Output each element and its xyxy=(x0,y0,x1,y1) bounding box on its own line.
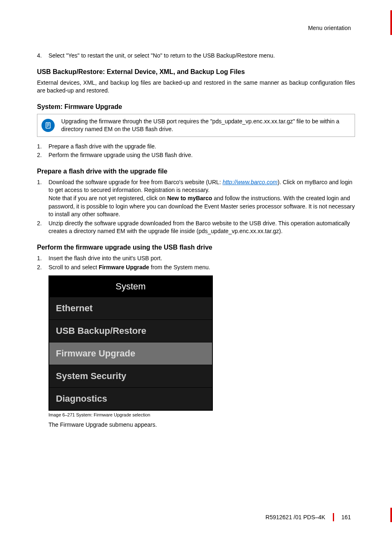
text-fragment: from the System menu. xyxy=(149,264,210,271)
step-text: Download the software upgrade for free f… xyxy=(48,178,355,219)
paragraph: External devices, XML, and backup log fi… xyxy=(37,79,355,95)
footer-accent-bar xyxy=(390,508,392,522)
footer-divider xyxy=(333,513,334,521)
page-content: Menu orientation 4. Select "Yes" to rest… xyxy=(0,0,392,428)
text-fragment: Note that if you are not yet registered,… xyxy=(48,195,167,201)
list-item: 2. Perform the firmware upgrade using th… xyxy=(37,151,355,160)
header-accent-bar xyxy=(390,10,392,35)
menu-title: System xyxy=(49,276,212,297)
list-item: 1. Insert the flash drive into the unit'… xyxy=(37,254,355,263)
bold-text: New to myBarco xyxy=(167,195,212,201)
menu-item[interactable]: System Security xyxy=(49,365,212,387)
paragraph: The Firmware Upgrade submenu appears. xyxy=(48,421,355,428)
step-number: 1. xyxy=(37,178,48,219)
figure-caption: Image 6–271 System: Firmware Upgrade sel… xyxy=(48,412,355,417)
step-text: Perform the firmware upgrade using the U… xyxy=(48,151,355,160)
text-fragment: Scroll to and select xyxy=(48,264,99,271)
barco-link[interactable]: http://www.barco.com xyxy=(223,179,278,185)
menu-item[interactable]: USB Backup/Restore xyxy=(49,319,212,342)
page-number: 161 xyxy=(341,514,351,520)
note-callout: Upgrading the firmware through the USB p… xyxy=(37,114,355,137)
bold-text: Firmware Upgrade xyxy=(99,264,149,271)
system-menu-figure: System EthernetUSB Backup/RestoreFirmwar… xyxy=(48,275,213,411)
step-number: 2. xyxy=(37,264,48,272)
heading-firmware-upgrade: System: Firmware Upgrade xyxy=(37,103,355,111)
heading-usb-backup: USB Backup/Restore: External Device, XML… xyxy=(37,68,355,76)
list-item: 2. Unzip directly the software upgrade d… xyxy=(37,220,355,236)
heading-perform: Perform the firmware upgrade using the U… xyxy=(37,244,355,251)
heading-prepare: Prepare a flash drive with the upgrade f… xyxy=(37,168,355,175)
menu-item[interactable]: Diagnostics xyxy=(49,387,212,410)
step-number: 4. xyxy=(37,52,48,60)
list-item: 2. Scroll to and select Firmware Upgrade… xyxy=(37,264,355,272)
list-item: 1. Prepare a flash drive with the upgrad… xyxy=(37,143,355,151)
step-number: 2. xyxy=(37,151,48,160)
menu-item[interactable]: Ethernet xyxy=(49,297,212,319)
step-text: Select "Yes" to restart the unit, or sel… xyxy=(48,52,355,60)
note-icon xyxy=(42,119,55,132)
list-item: 4. Select "Yes" to restart the unit, or … xyxy=(37,52,355,60)
page-footer: R5912621 /01 PDS–4K 161 xyxy=(265,513,351,521)
note-text: Upgrading the firmware through the USB p… xyxy=(61,118,350,133)
step-number: 2. xyxy=(37,220,48,236)
step-text: Prepare a flash drive with the upgrade f… xyxy=(48,143,355,151)
list-item: 1. Download the software upgrade for fre… xyxy=(37,178,355,219)
step-number: 1. xyxy=(37,143,48,151)
text-fragment: Download the software upgrade for free f… xyxy=(48,179,223,185)
step-text: Unzip directly the software upgrade down… xyxy=(48,220,355,236)
menu-item[interactable]: Firmware Upgrade xyxy=(49,342,212,365)
step-text: Scroll to and select Firmware Upgrade fr… xyxy=(48,264,355,272)
section-header: Menu orientation xyxy=(37,25,355,31)
doc-id: R5912621 /01 PDS–4K xyxy=(265,514,325,520)
step-text: Insert the flash drive into the unit's U… xyxy=(48,254,355,263)
step-number: 1. xyxy=(37,254,48,263)
